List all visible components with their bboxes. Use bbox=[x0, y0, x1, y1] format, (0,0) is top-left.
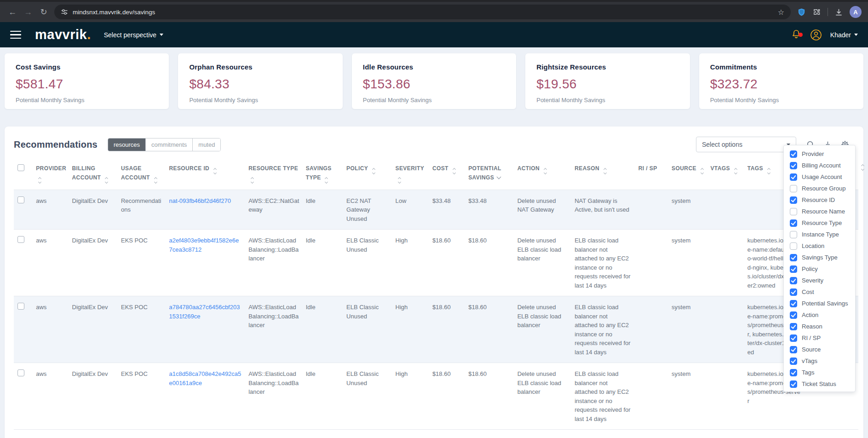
row-checkbox[interactable] bbox=[17, 369, 24, 376]
column-menu-item[interactable]: Resource Type bbox=[784, 217, 855, 229]
col-header-severity[interactable]: SEVERITY bbox=[396, 157, 432, 190]
row-checkbox[interactable] bbox=[17, 196, 24, 203]
row-checkbox[interactable] bbox=[17, 303, 24, 310]
column-menu-item[interactable]: Cost bbox=[784, 286, 855, 298]
col-header-savings-type[interactable]: SAVINGS TYPE bbox=[306, 157, 346, 190]
column-menu-item[interactable]: Billing Account bbox=[784, 160, 855, 171]
checkbox-icon[interactable] bbox=[790, 196, 797, 204]
column-menu-item[interactable]: Reason bbox=[784, 321, 855, 332]
sort-icon[interactable] bbox=[604, 168, 606, 174]
checkbox-icon[interactable] bbox=[790, 185, 797, 192]
user-menu[interactable]: Khader bbox=[830, 31, 858, 39]
col-header-policy[interactable]: POLICY bbox=[346, 157, 395, 190]
browser-profile-avatar[interactable]: A bbox=[850, 6, 862, 18]
bookmark-star-icon[interactable]: ☆ bbox=[778, 8, 784, 17]
sort-icon[interactable] bbox=[768, 168, 770, 174]
checkbox-icon[interactable] bbox=[790, 254, 797, 261]
perspective-dropdown[interactable]: Select perspective bbox=[104, 31, 163, 39]
resource-id-link[interactable]: a2ef4803e9ebb4f1582e6e7cea3c8712 bbox=[169, 237, 239, 253]
checkbox-icon[interactable] bbox=[790, 369, 797, 376]
select-all-checkbox[interactable] bbox=[17, 164, 24, 171]
col-header-cost[interactable]: COST bbox=[432, 157, 468, 190]
reload-icon[interactable]: ↻ bbox=[36, 4, 52, 20]
column-menu-item[interactable]: Resource ID bbox=[784, 194, 855, 206]
checkbox-icon[interactable] bbox=[790, 380, 797, 388]
column-menu-item[interactable]: Instance Type bbox=[784, 229, 855, 240]
column-menu-item[interactable]: Usage Account bbox=[784, 171, 855, 183]
sort-icon[interactable] bbox=[373, 168, 375, 174]
col-header-billing-account[interactable]: BILLING ACCOUNT bbox=[72, 157, 121, 190]
sort-icon[interactable] bbox=[453, 168, 455, 174]
col-header-action[interactable]: ACTION bbox=[517, 157, 575, 190]
col-header-resource-id[interactable]: RESOURCE ID bbox=[169, 157, 248, 190]
back-icon[interactable]: ← bbox=[5, 4, 20, 20]
checkbox-icon[interactable] bbox=[790, 277, 797, 284]
downloads-icon[interactable] bbox=[834, 8, 843, 17]
col-header-vtags[interactable]: VTAGS bbox=[710, 157, 747, 190]
column-menu-item[interactable]: Ticket Status bbox=[784, 378, 855, 390]
app-logo[interactable]: mavvrik. bbox=[35, 27, 91, 42]
checkbox-icon[interactable] bbox=[790, 242, 797, 250]
filter-select[interactable]: Select options bbox=[696, 137, 796, 152]
col-header-resource-type[interactable]: RESOURCE TYPE bbox=[248, 157, 306, 190]
col-header-provider[interactable]: PROVIDER bbox=[36, 157, 72, 190]
extensions-puzzle-icon[interactable] bbox=[812, 8, 821, 17]
column-menu-item[interactable]: Tags bbox=[784, 367, 855, 378]
column-menu-item[interactable]: Potential Savings bbox=[784, 298, 855, 309]
sort-icon[interactable] bbox=[39, 178, 41, 183]
address-bar[interactable]: mindsnxt.mavvrik.dev/savings ☆ bbox=[54, 5, 791, 19]
resource-id-link[interactable]: a784780aa27c6456cbf2031531f269ce bbox=[169, 304, 240, 320]
sort-icon[interactable] bbox=[251, 178, 253, 183]
checkbox-icon[interactable] bbox=[790, 334, 797, 342]
checkbox-icon[interactable] bbox=[790, 346, 797, 353]
checkbox-icon[interactable] bbox=[790, 173, 797, 181]
col-header-reason[interactable]: REASON bbox=[575, 157, 638, 190]
col-header-potential-savings[interactable]: POTENTIAL SAVINGS bbox=[468, 157, 517, 190]
checkbox-icon[interactable] bbox=[790, 208, 797, 215]
sort-icon[interactable] bbox=[214, 168, 216, 174]
row-checkbox[interactable] bbox=[17, 236, 24, 243]
url-text[interactable]: mindsnxt.mavvrik.dev/savings bbox=[73, 9, 778, 16]
column-menu-item[interactable]: Savings Type bbox=[784, 252, 855, 263]
resource-id-link[interactable]: a1c8d58ca708e42e492ca5e00161a9ce bbox=[169, 370, 241, 386]
column-menu-item[interactable]: Source bbox=[784, 344, 855, 355]
checkbox-icon[interactable] bbox=[790, 300, 797, 307]
checkbox-icon[interactable] bbox=[790, 265, 797, 273]
shield-extension-icon[interactable] bbox=[797, 8, 806, 17]
menu-hamburger-icon[interactable] bbox=[10, 31, 21, 39]
column-menu-item[interactable]: Policy bbox=[784, 263, 855, 275]
tab-resources[interactable]: resources bbox=[108, 138, 145, 151]
sort-desc-icon[interactable] bbox=[497, 174, 501, 179]
column-menu-item[interactable]: RI / SP bbox=[784, 332, 855, 344]
col-header-usage-account[interactable]: USAGE ACCOUNT bbox=[121, 157, 169, 190]
checkbox-icon[interactable] bbox=[790, 219, 797, 227]
sort-icon[interactable] bbox=[398, 178, 401, 183]
column-menu-item[interactable]: Resource Name bbox=[784, 206, 855, 217]
column-menu-item[interactable]: Action bbox=[784, 309, 855, 321]
sort-icon[interactable] bbox=[701, 168, 703, 174]
column-menu-item[interactable]: vTags bbox=[784, 355, 855, 367]
checkbox-icon[interactable] bbox=[790, 357, 797, 365]
forward-icon[interactable]: → bbox=[20, 4, 36, 20]
tab-muted[interactable]: muted bbox=[192, 138, 220, 151]
column-menu-item[interactable]: Severity bbox=[784, 275, 855, 286]
notifications-button[interactable] bbox=[791, 29, 802, 41]
sort-icon[interactable] bbox=[105, 178, 108, 183]
sort-icon[interactable] bbox=[544, 168, 546, 174]
column-menu-item[interactable]: Resource Group bbox=[784, 183, 855, 194]
checkbox-icon[interactable] bbox=[790, 150, 797, 158]
tab-commitments[interactable]: commitments bbox=[145, 138, 192, 151]
checkbox-icon[interactable] bbox=[790, 311, 797, 319]
checkbox-icon[interactable] bbox=[790, 231, 797, 238]
column-menu-item[interactable]: Provider bbox=[784, 148, 855, 160]
sort-icon[interactable] bbox=[735, 168, 737, 174]
column-menu-item[interactable]: Location bbox=[784, 240, 855, 252]
col-header-source[interactable]: SOURCE bbox=[672, 157, 710, 190]
checkbox-icon[interactable] bbox=[790, 288, 797, 296]
hidden-column-sort-icon[interactable] bbox=[862, 165, 864, 170]
sort-icon[interactable] bbox=[325, 178, 328, 183]
checkbox-icon[interactable] bbox=[790, 323, 797, 330]
sort-icon[interactable] bbox=[155, 178, 157, 183]
resource-id-link[interactable]: nat-093fb46bf2d46f270 bbox=[169, 197, 230, 204]
checkbox-icon[interactable] bbox=[790, 162, 797, 169]
